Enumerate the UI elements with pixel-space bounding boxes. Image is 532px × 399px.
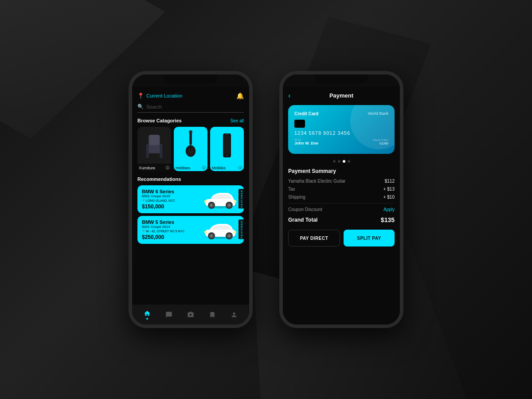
- see-all-link[interactable]: See all: [230, 118, 244, 123]
- phone-2-content: ‹ Payment Credit Card World Bank: [283, 87, 400, 325]
- category-hobbies[interactable]: Hobbies ⓘ: [174, 127, 207, 171]
- valid-label: VALID THRU: [373, 139, 388, 141]
- mobiles-icon-area: [210, 129, 244, 162]
- card-name: John W. Doe: [294, 141, 318, 145]
- rec-1-price: $150,000: [142, 203, 202, 210]
- card-dot-4: [348, 160, 350, 163]
- search-placeholder[interactable]: Search: [146, 104, 244, 110]
- category-mobiles[interactable]: Mobiles ⓘ: [210, 127, 244, 171]
- bottom-nav: [132, 305, 249, 325]
- payment-buttons: PAY DIRECT SPLIT PAY: [288, 230, 395, 246]
- nav-saved[interactable]: [209, 311, 216, 318]
- rec-1-location-icon: 📍: [142, 199, 145, 202]
- phone-2-screen: ‹ Payment Credit Card World Bank: [283, 87, 400, 325]
- valid-date: 01/80: [373, 141, 388, 145]
- phone-1-notch: [132, 74, 249, 87]
- apply-coupon-button[interactable]: Apply: [383, 207, 395, 212]
- coupon-label: Coupon Discount: [288, 207, 322, 212]
- split-pay-button[interactable]: SPLIT PAY: [344, 230, 395, 246]
- search-bar[interactable]: 🔍 Search: [137, 104, 244, 113]
- nav-camera[interactable]: [187, 311, 194, 318]
- svg-rect-34: [234, 231, 236, 233]
- nav-chat[interactable]: [165, 311, 172, 318]
- card-dots: [288, 160, 395, 163]
- card-dot-2: [338, 160, 340, 163]
- furniture-icon-area: [137, 129, 171, 162]
- payment-summary-title: Payment Summary: [288, 168, 395, 174]
- rec-2-title: BMW 5 Series: [142, 219, 202, 225]
- rec-1-subtitle: 6501 Coupe 2015: [142, 194, 202, 198]
- svg-rect-14: [226, 155, 228, 156]
- phone-1: 📍 Current Location 🔔 🔍 Search Browse Cat…: [129, 71, 253, 328]
- nav-profile[interactable]: [231, 311, 238, 318]
- svg-rect-25: [204, 200, 207, 203]
- svg-point-33: [228, 235, 230, 237]
- svg-point-20: [211, 204, 212, 206]
- categories-grid: Furniture ⓘ: [137, 127, 244, 171]
- hobbies-info-icon: ⓘ: [202, 165, 206, 170]
- furniture-label: Furniture ⓘ: [137, 164, 171, 171]
- summary-item-1-label: Yamaha Black Electirc Guitar: [288, 179, 345, 184]
- svg-point-23: [228, 204, 230, 206]
- summary-divider: [288, 203, 395, 203]
- nav-home[interactable]: [144, 310, 151, 320]
- phone-1-content: 📍 Current Location 🔔 🔍 Search Browse Cat…: [132, 87, 249, 325]
- hobbies-label: Hobbies ⓘ: [174, 164, 207, 171]
- categories-header: Browse Catagories See all: [137, 118, 244, 123]
- notification-icon[interactable]: 🔔: [236, 92, 244, 99]
- card-top: Credit Card World Bank: [294, 111, 388, 116]
- svg-rect-15: [225, 134, 229, 135]
- coupon-row: Coupon Discount Apply: [288, 207, 395, 212]
- payment-header: ‹ Payment: [288, 92, 395, 99]
- svg-point-30: [211, 235, 212, 237]
- category-furniture[interactable]: Furniture ⓘ: [137, 127, 171, 171]
- rec-1-location: 📍 LONG ISLAND, NYC: [142, 199, 202, 202]
- nav-active-dot: [146, 318, 148, 320]
- location-bar: 📍 Current Location 🔔: [137, 92, 244, 99]
- furniture-info-icon: ⓘ: [166, 165, 169, 170]
- summary-item-3-label: Shipping: [288, 195, 305, 200]
- hobbies-icon-area: [174, 129, 207, 162]
- rec-1-featured-badge: FEATURED: [239, 189, 244, 208]
- phone-1-speaker: [177, 80, 204, 82]
- svg-rect-2: [146, 151, 149, 158]
- svg-rect-4: [146, 144, 149, 152]
- svg-rect-1: [149, 135, 160, 145]
- svg-rect-35: [204, 231, 207, 233]
- card-dot-1: [333, 160, 336, 163]
- rec-2-location-icon: 📍: [142, 230, 145, 233]
- rec-card-1[interactable]: BMW 6 Series 6501 Coupe 2015 📍 LONG ISLA…: [137, 185, 244, 213]
- card-chip: [294, 120, 305, 128]
- back-button[interactable]: ‹: [288, 92, 290, 100]
- rec-2-car-image: [202, 220, 239, 240]
- card-bank: World Bank: [368, 111, 388, 116]
- location-label: Current Location: [146, 93, 182, 98]
- pay-direct-button[interactable]: PAY DIRECT: [288, 230, 340, 246]
- grand-total-row: Grand Total $135: [288, 216, 395, 223]
- summary-item-3-value: + $10: [383, 195, 395, 200]
- search-icon: 🔍: [137, 104, 144, 110]
- grand-total-value: $135: [381, 216, 395, 223]
- svg-rect-6: [189, 130, 192, 145]
- rec-1-title: BMW 6 Series: [142, 189, 202, 194]
- phone-1-screen: 📍 Current Location 🔔 🔍 Search Browse Cat…: [132, 87, 249, 325]
- svg-rect-0: [147, 144, 161, 153]
- svg-rect-9: [190, 145, 191, 151]
- card-dot-3: [343, 160, 345, 163]
- location-left: 📍 Current Location: [137, 93, 182, 99]
- rec-1-car-image: [202, 189, 239, 209]
- card-number: 1234 5678 9012 3456: [294, 130, 388, 136]
- rec-2-price: $250,000: [142, 234, 202, 240]
- card-bottom: 01/23 John W. Doe VALID THRU 01/80: [294, 138, 388, 145]
- rec-card-2[interactable]: BMW 5 Series 6201 Coupe 2014 📍 W - 42, S…: [137, 216, 244, 244]
- rec-2-location: 📍 W - 42, STREET NO.5 NYC: [142, 230, 202, 233]
- main-container: 📍 Current Location 🔔 🔍 Search Browse Cat…: [129, 71, 403, 328]
- rec-card-2-info: BMW 5 Series 6201 Coupe 2014 📍 W - 42, S…: [142, 219, 202, 240]
- card-valid-group: VALID THRU 01/80: [373, 139, 388, 145]
- credit-card: Credit Card World Bank 1234 5678 9012 34…: [288, 105, 395, 154]
- mobiles-info-icon: ⓘ: [239, 165, 242, 170]
- summary-item-2-value: + $13: [383, 187, 395, 192]
- grand-total-label: Grand Total: [288, 217, 317, 223]
- mobiles-label: Mobiles ⓘ: [210, 164, 244, 171]
- categories-title: Browse Catagories: [137, 118, 182, 123]
